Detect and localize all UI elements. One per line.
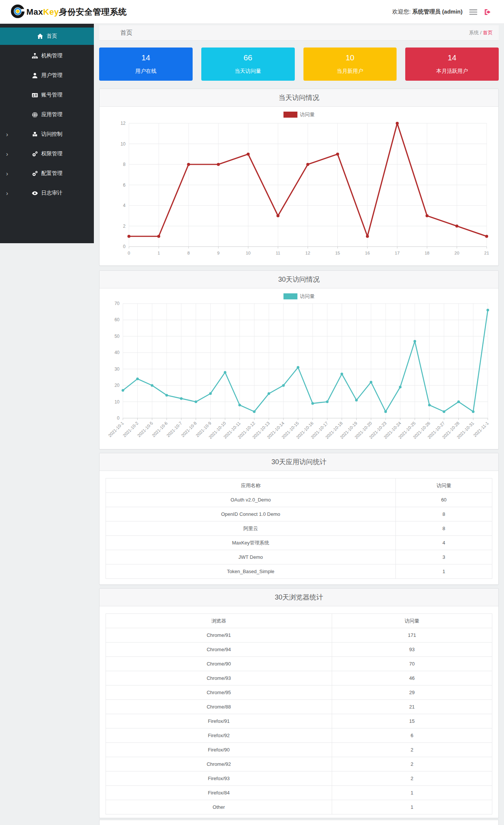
table-cell: JWT Demo xyxy=(106,550,396,564)
svg-text:6: 6 xyxy=(123,182,126,188)
svg-text:20: 20 xyxy=(115,383,120,388)
sidebar-item-label: 机构管理 xyxy=(41,52,63,59)
top-header: MaxKey身份安全管理系统 欢迎您: 系统管理员 (admin) xyxy=(0,0,504,24)
table-cell: 8 xyxy=(395,507,492,521)
table-cell: 21 xyxy=(332,700,492,714)
logout-icon[interactable] xyxy=(484,9,491,15)
svg-text:18: 18 xyxy=(424,251,429,255)
user-icon xyxy=(32,72,38,79)
table-cell: OpenID Connect 1.0 Demo xyxy=(106,507,396,521)
stat-card-value: 10 xyxy=(303,53,397,62)
sidebar-item-4[interactable]: › 应用管理 xyxy=(0,106,94,123)
maxkey-logo-icon xyxy=(11,4,25,20)
table-row: OAuth v2.0_Demo60 xyxy=(106,493,492,507)
svg-text:30: 30 xyxy=(115,366,120,372)
panel-title-app-stats: 30天应用访问统计 xyxy=(271,457,326,466)
chart-legend[interactable]: 访问量 xyxy=(100,110,498,120)
table-cell: 70 xyxy=(332,657,492,671)
table-row: Firefox/841 xyxy=(106,786,492,800)
table-cell: 1 xyxy=(395,564,492,579)
brand-title: MaxKey身份安全管理系统 xyxy=(26,6,127,18)
today-visits-panel: 当天访问情况 访问量 02468101201891011121516171820… xyxy=(99,89,499,266)
thirty-day-visits-line-chart: 0102030405060702021-10-12021-10-22021-10… xyxy=(100,301,499,450)
column-header: 访问量 xyxy=(332,614,492,628)
svg-text:9: 9 xyxy=(217,251,219,255)
sidebar-item-label: 权限管理 xyxy=(41,150,63,157)
chevron-right-icon: › xyxy=(6,131,8,138)
globe-icon xyxy=(32,112,38,118)
panel-title-30day-visits: 30天访问情况 xyxy=(278,275,320,284)
table-cell: Token_Based_Simple xyxy=(106,564,396,579)
breadcrumb-root[interactable]: 系统 xyxy=(469,30,479,35)
svg-text:2021-10-2: 2021-10-2 xyxy=(122,421,139,438)
column-header: 应用名称 xyxy=(106,478,396,493)
table-row: Other1 xyxy=(106,800,492,814)
stat-card-value: 66 xyxy=(201,53,295,62)
sidebar-item-home[interactable]: › 首页 xyxy=(0,28,94,45)
cubes-icon xyxy=(32,131,38,138)
table-row: Firefox/926 xyxy=(106,728,492,743)
sidebar-item-7[interactable]: › 配置管理 xyxy=(0,165,94,182)
table-cell: Firefox/92 xyxy=(106,728,332,743)
stat-card-value: 14 xyxy=(99,53,193,62)
table-row: Chrome/8821 xyxy=(106,700,492,714)
stat-card-value: 14 xyxy=(405,53,499,62)
stat-card-3: 14本月活跃用户 xyxy=(405,48,499,81)
table-cell: Chrome/90 xyxy=(106,657,332,671)
sidebar-item-5[interactable]: › 访问控制 xyxy=(0,126,94,143)
sidebar-item-8[interactable]: › 日志审计 xyxy=(0,184,94,202)
thirty-day-visits-panel: 30天访问情况 访问量 0102030405060702021-10-12021… xyxy=(99,270,499,449)
sidebar-item-6[interactable]: › 权限管理 xyxy=(0,145,94,163)
svg-text:12: 12 xyxy=(305,251,310,255)
gears-icon xyxy=(32,151,38,157)
table-cell: Chrome/92 xyxy=(106,757,332,771)
table-cell: Firefox/91 xyxy=(106,714,332,728)
chart-legend[interactable]: 访问量 xyxy=(100,291,498,301)
menu-hamburger-icon[interactable] xyxy=(469,9,477,15)
breadcrumb: 系统 / 首页 xyxy=(469,29,493,36)
svg-text:10: 10 xyxy=(121,141,126,147)
table-row: Firefox/9115 xyxy=(106,714,492,728)
sidebar-item-label: 应用管理 xyxy=(41,111,63,118)
table-row: 阿里云8 xyxy=(106,521,492,536)
eye-icon xyxy=(32,190,38,196)
gears-icon xyxy=(32,170,38,177)
page-title: 首页 xyxy=(120,29,132,37)
panel-title-browser-stats: 30天浏览器统计 xyxy=(275,593,323,602)
table-cell: 2 xyxy=(332,757,492,771)
table-cell: 3 xyxy=(395,550,492,564)
app-visits-panel: 30天应用访问统计 应用名称访问量OAuth v2.0_Demo60OpenID… xyxy=(99,453,499,585)
table-row: MaxKey管理系统4 xyxy=(106,536,492,550)
chevron-right-icon: › xyxy=(6,151,8,157)
breadcrumb-bar: 首页 系统 / 首页 xyxy=(99,25,499,41)
table-row: Chrome/9529 xyxy=(106,685,492,700)
table-cell: Firefox/90 xyxy=(106,743,332,757)
table-row: OpenID Connect 1.0 Demo8 xyxy=(106,507,492,521)
sidebar-item-3[interactable]: › 账号管理 xyxy=(0,86,94,104)
home-icon xyxy=(37,33,43,40)
svg-text:17: 17 xyxy=(395,251,400,255)
svg-text:11: 11 xyxy=(276,251,280,255)
next-panel-edge xyxy=(99,820,499,825)
chevron-right-icon: › xyxy=(6,190,8,196)
svg-text:8: 8 xyxy=(123,162,126,167)
sidebar-item-label: 首页 xyxy=(47,33,57,40)
sidebar-item-1[interactable]: › 机构管理 xyxy=(0,47,94,64)
table-cell: Chrome/93 xyxy=(106,671,332,685)
sidebar-item-2[interactable]: › 用户管理 xyxy=(0,67,94,84)
sidebar-item-label: 访问控制 xyxy=(41,131,63,138)
stat-card-1: 66当天访问量 xyxy=(201,48,295,81)
table-cell: Other xyxy=(106,800,332,814)
table-cell: 46 xyxy=(332,671,492,685)
sidebar-nav: › 首页 › 机构管理 › 用户管理 › 账号管理 › 应用管理 › 访问控制 … xyxy=(0,24,94,243)
stat-cards-row: 14用户在线66当天访问量10当月新用户14本月活跃用户 xyxy=(99,48,499,81)
stat-card-0: 14用户在线 xyxy=(99,48,193,81)
legend-swatch xyxy=(283,293,297,299)
table-row: Firefox/932 xyxy=(106,771,492,786)
svg-text:0: 0 xyxy=(117,416,119,421)
svg-text:20: 20 xyxy=(455,251,460,255)
browser-stats-table: 浏览器访问量Chrome/91171Chrome/9493Chrome/9070… xyxy=(106,613,492,814)
table-row: Chrome/91171 xyxy=(106,628,492,643)
breadcrumb-current[interactable]: 首页 xyxy=(483,30,493,35)
table-cell: Chrome/88 xyxy=(106,700,332,714)
